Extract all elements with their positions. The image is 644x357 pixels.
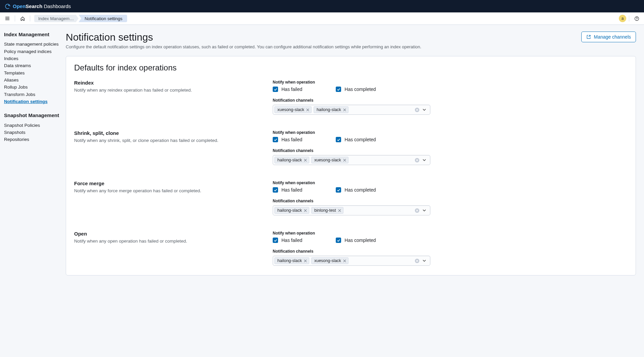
operation-title: Open [74, 231, 259, 237]
operation-description: Notify when any force merge operation ha… [74, 188, 259, 193]
combo-clear-icon[interactable] [414, 207, 420, 213]
channels-label: Notification channels [273, 249, 430, 254]
sidebar-item[interactable]: Aliases [4, 76, 62, 84]
sidebar: Index ManagementState management policie… [0, 25, 66, 357]
sidebar-item[interactable]: Repositories [4, 136, 62, 143]
chip-remove-icon[interactable] [343, 108, 346, 111]
checkbox-label: Has failed [281, 137, 302, 142]
chip-remove-icon[interactable] [304, 259, 307, 262]
sidebar-item[interactable]: Notification settings [4, 98, 62, 105]
has-failed-checkbox[interactable]: Has failed [273, 87, 302, 92]
sub-header: Index Managem… Notification settings a [0, 12, 644, 25]
chevron-down-icon[interactable] [421, 107, 427, 113]
has-completed-checkbox[interactable]: Has completed [336, 137, 376, 142]
chip-remove-icon[interactable] [338, 209, 341, 212]
chip-label: hailong-slack [277, 258, 302, 263]
combo-clear-icon[interactable] [414, 157, 420, 163]
has-completed-checkbox[interactable]: Has completed [336, 238, 376, 243]
operation-description: Notify when any reindex operation has fa… [74, 88, 259, 93]
sidebar-item[interactable]: State management policies [4, 41, 62, 48]
notify-when-label: Notify when operation [273, 181, 430, 185]
sidebar-item[interactable]: Data streams [4, 62, 62, 69]
sidebar-item[interactable]: Templates [4, 69, 62, 76]
channels-label: Notification channels [273, 148, 430, 153]
breadcrumb: Index Managem… Notification settings [34, 15, 127, 22]
divider [15, 15, 15, 21]
channel-chip: hailong-slack [274, 157, 309, 163]
has-failed-checkbox[interactable]: Has failed [273, 187, 302, 193]
sidebar-item[interactable]: Transform Jobs [4, 91, 62, 98]
help-button[interactable] [632, 14, 641, 23]
channels-combobox[interactable]: hailong-slackxuesong-slack [273, 256, 430, 266]
popout-icon [586, 35, 591, 39]
channel-chip: xuesong-slack [274, 106, 312, 113]
sidebar-item[interactable]: Snapshots [4, 129, 62, 136]
hamburger-icon [5, 16, 10, 21]
chip-remove-icon[interactable] [304, 209, 307, 212]
manage-channels-label: Manage channels [594, 34, 631, 40]
brand-dash: Dashboards [44, 3, 71, 9]
chevron-down-icon[interactable] [421, 258, 427, 264]
has-completed-checkbox[interactable]: Has completed [336, 187, 376, 193]
brand[interactable]: OpenSearchDashboards [5, 3, 71, 9]
has-completed-checkbox[interactable]: Has completed [336, 87, 376, 92]
sidebar-item[interactable]: Policy managed indices [4, 48, 62, 55]
manage-channels-button[interactable]: Manage channels [581, 32, 636, 42]
chip-remove-icon[interactable] [343, 259, 346, 262]
channel-chip: xuesong-slack [311, 157, 348, 163]
channels-label: Notification channels [273, 98, 430, 103]
checkbox-label: Has completed [344, 238, 376, 243]
home-button[interactable] [18, 14, 27, 23]
home-icon [20, 16, 25, 21]
main-content: Notification settings Configure the defa… [66, 25, 644, 357]
sidebar-item[interactable]: Snapshot Policies [4, 121, 62, 129]
checkbox-label: Has failed [281, 87, 302, 92]
sidebar-section-title: Snapshot Management [4, 112, 62, 118]
avatar-initial: a [622, 16, 624, 21]
channels-combobox[interactable]: hailong-slackbinlong-test [273, 205, 430, 215]
chip-label: xuesong-slack [314, 258, 341, 263]
operation-description: Notify when any shrink, split, or clone … [74, 138, 259, 143]
notify-when-label: Notify when operation [273, 80, 430, 85]
sidebar-item[interactable]: Rollup Jobs [4, 84, 62, 91]
channels-combobox[interactable]: xuesong-slackhailong-slack [273, 105, 430, 115]
chevron-down-icon[interactable] [421, 207, 427, 213]
checkbox-label: Has failed [281, 238, 302, 243]
chevron-down-icon[interactable] [421, 157, 427, 163]
nav-toggle-button[interactable] [3, 14, 12, 23]
divider [30, 15, 30, 21]
checkbox-box-icon [273, 238, 278, 243]
checkbox-box-icon [336, 137, 341, 142]
operation-title: Reindex [74, 80, 259, 86]
brand-open: Open [13, 3, 25, 9]
chip-label: hailong-slack [277, 208, 302, 213]
sidebar-item[interactable]: Indices [4, 55, 62, 62]
chip-label: hailong-slack [277, 158, 302, 162]
checkbox-label: Has completed [344, 87, 376, 92]
divider [629, 15, 629, 21]
chip-remove-icon[interactable] [304, 159, 307, 162]
chip-remove-icon[interactable] [343, 159, 346, 162]
breadcrumb-item[interactable]: Index Managem… [34, 15, 78, 22]
combo-clear-icon[interactable] [414, 258, 420, 264]
avatar[interactable]: a [619, 15, 626, 22]
chip-remove-icon[interactable] [306, 108, 309, 111]
checkbox-box-icon [273, 137, 278, 142]
checkbox-label: Has failed [281, 187, 302, 193]
channels-combobox[interactable]: hailong-slackxuesong-slack [273, 155, 430, 165]
checkbox-label: Has completed [344, 137, 376, 142]
combo-clear-icon[interactable] [414, 107, 420, 113]
notify-when-label: Notify when operation [273, 231, 430, 236]
panel-title: Defaults for index operations [74, 63, 628, 72]
operation-row: Shrink, split, cloneNotify when any shri… [74, 130, 628, 165]
operation-row: OpenNotify when any open operation has f… [74, 231, 628, 266]
chip-label: hailong-slack [317, 107, 341, 112]
has-failed-checkbox[interactable]: Has failed [273, 137, 302, 142]
has-failed-checkbox[interactable]: Has failed [273, 238, 302, 243]
sidebar-section-title: Index Management [4, 32, 62, 37]
operation-description: Notify when any open operation has faile… [74, 239, 259, 244]
svg-point-0 [8, 5, 9, 6]
channel-chip: xuesong-slack [311, 257, 348, 264]
checkbox-box-icon [273, 187, 278, 193]
chip-label: xuesong-slack [277, 107, 304, 112]
